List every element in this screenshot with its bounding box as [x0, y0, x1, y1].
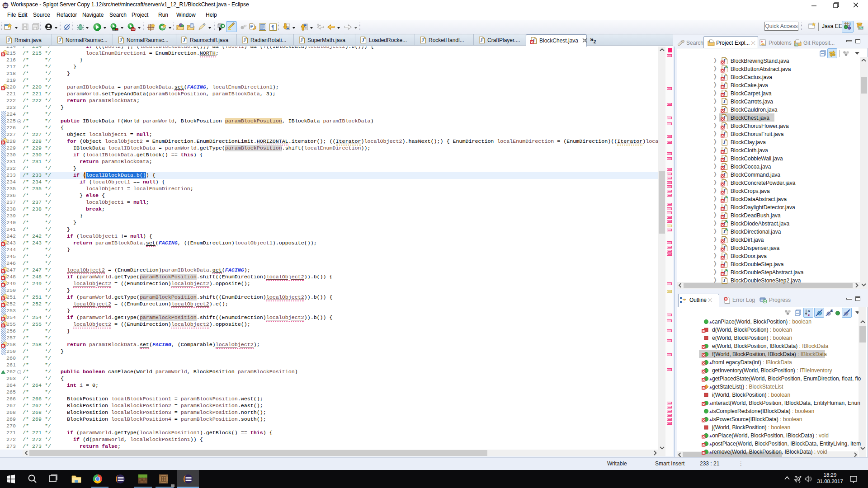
- svg-text:J: J: [243, 37, 246, 42]
- svg-text:J: J: [58, 37, 61, 42]
- svg-text:J: J: [723, 277, 726, 283]
- svg-text:A: A: [725, 220, 728, 224]
- svg-text:J: J: [362, 37, 364, 42]
- svg-text:J: J: [723, 139, 726, 145]
- svg-text:A: A: [725, 195, 728, 199]
- svg-text:J: J: [421, 37, 424, 42]
- svg-text:z: z: [808, 313, 810, 317]
- svg-text:J: J: [7, 37, 10, 42]
- svg-text:A: A: [725, 268, 728, 272]
- svg-text:A: A: [725, 228, 728, 232]
- svg-text:¶: ¶: [271, 24, 274, 30]
- svg-text:J: J: [480, 37, 483, 42]
- svg-text:J: J: [183, 37, 185, 42]
- svg-text:J: J: [723, 99, 726, 104]
- svg-text:A: A: [725, 65, 728, 69]
- svg-text:J: J: [300, 37, 303, 42]
- svg-text:J: J: [119, 37, 122, 42]
